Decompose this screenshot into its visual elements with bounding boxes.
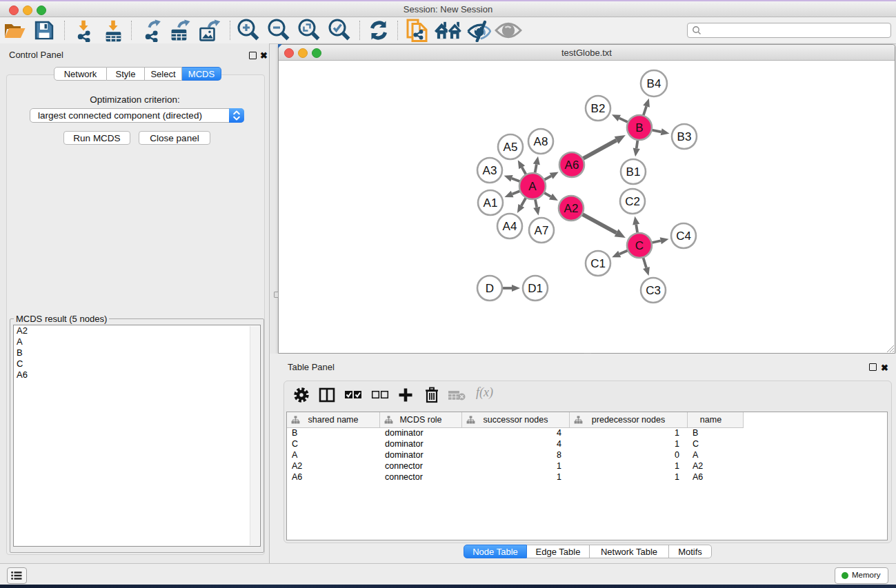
graph-node-A6[interactable]: A6 [559, 152, 584, 177]
graph-node-C1[interactable]: C1 [586, 251, 610, 276]
network-graph-canvas[interactable]: B4B2BB3A8A5A6A3B1AC2A1A2A4A7C4CC1C3DD1 [279, 60, 895, 354]
table-cell[interactable]: A2 [693, 460, 703, 472]
hide-selected-icon[interactable] [465, 17, 492, 43]
table-cell[interactable]: 0 [570, 449, 679, 460]
close-panel-button[interactable]: Close panel [139, 131, 210, 145]
table-cell[interactable]: connector [385, 472, 423, 483]
graph-node-D[interactable]: D [477, 276, 502, 301]
column-header-MCDS-role[interactable]: MCDS role [380, 412, 462, 427]
export-table-icon[interactable] [166, 17, 194, 43]
memory-button[interactable]: Memory [835, 567, 888, 584]
search-input[interactable] [704, 24, 886, 37]
graph-node-C4[interactable]: C4 [671, 223, 696, 248]
zoom-out-icon[interactable] [265, 17, 292, 43]
delete-row-icon[interactable] [418, 381, 446, 409]
table-cell[interactable]: dominator [385, 438, 424, 449]
mcds-result-item[interactable]: A6 [14, 369, 260, 381]
table-cell[interactable]: 1 [570, 427, 679, 438]
table-cell[interactable]: 1 [462, 472, 561, 483]
table-cell[interactable]: connector [385, 460, 423, 472]
mcds-result-item[interactable]: B [14, 347, 260, 358]
close-panel-icon[interactable]: ✖ [260, 51, 268, 60]
select-all-icon[interactable] [339, 381, 367, 409]
mcds-list-scrollbar[interactable] [250, 326, 259, 545]
open-session-icon[interactable] [1, 17, 28, 43]
table-cell[interactable]: A [292, 449, 297, 460]
save-session-icon[interactable] [30, 17, 58, 43]
import-table-icon[interactable] [99, 17, 127, 43]
unselect-all-icon[interactable] [366, 381, 394, 409]
table-cell[interactable]: B [292, 427, 297, 438]
network-window-titlebar[interactable]: testGlobe.txt [279, 45, 895, 61]
table-cell[interactable]: B [693, 427, 698, 438]
graph-node-B2[interactable]: B2 [586, 96, 610, 121]
mcds-result-item[interactable]: C [14, 358, 260, 369]
graph-node-A5[interactable]: A5 [498, 134, 523, 159]
column-header-name[interactable]: name [688, 412, 744, 427]
criterion-combobox[interactable]: largest connected component (directed) [30, 108, 244, 123]
first-neighbors-icon[interactable] [435, 17, 462, 43]
graph-node-A[interactable]: A [519, 173, 546, 199]
column-header-predecessor-nodes[interactable]: predecessor nodes [570, 412, 688, 427]
graph-node-C3[interactable]: C3 [641, 278, 666, 303]
table-options-icon[interactable] [288, 381, 315, 409]
tab-select[interactable]: Select [145, 67, 182, 81]
table-cell[interactable]: 1 [462, 460, 561, 472]
graph-node-A4[interactable]: A4 [497, 214, 522, 239]
float-panel-icon[interactable] [249, 52, 257, 59]
table-cell[interactable]: dominator [385, 427, 424, 438]
tab-network[interactable]: Network [54, 67, 107, 81]
mcds-result-item[interactable]: A [14, 336, 260, 347]
graph-node-A7[interactable]: A7 [529, 218, 554, 243]
table-cell[interactable]: dominator [385, 449, 424, 460]
graph-node-A3[interactable]: A3 [477, 158, 502, 183]
window-resize-grip[interactable] [886, 344, 894, 352]
table-cell[interactable]: 1 [570, 472, 679, 483]
task-history-button[interactable] [7, 567, 27, 584]
export-image-icon[interactable] [195, 17, 223, 43]
table-cell[interactable]: A6 [693, 472, 703, 483]
table-tab-network-table[interactable]: Network Table [590, 545, 669, 558]
table-tab-motifs[interactable]: Motifs [669, 545, 712, 558]
graph-node-D1[interactable]: D1 [523, 276, 548, 301]
import-network-icon[interactable] [70, 17, 97, 43]
graph-node-C2[interactable]: C2 [620, 189, 645, 214]
table-float-icon[interactable] [869, 363, 877, 371]
clone-network-icon[interactable] [404, 17, 431, 43]
table-cell[interactable]: 1 [570, 460, 679, 472]
table-cell[interactable]: 4 [462, 438, 561, 449]
table-tab-edge-table[interactable]: Edge Table [527, 545, 590, 558]
graph-node-B4[interactable]: B4 [641, 70, 667, 97]
table-cell[interactable]: A6 [292, 472, 302, 483]
table-cell[interactable]: C [292, 438, 298, 449]
table-cell[interactable]: A [693, 449, 698, 460]
graph-node-C[interactable]: C [627, 233, 652, 258]
zoom-selected-icon[interactable] [326, 17, 353, 43]
table-tab-node-table[interactable]: Node Table [464, 545, 527, 558]
split-divider-handle-left[interactable] [274, 292, 279, 298]
add-row-icon[interactable] [392, 381, 419, 409]
table-cell[interactable]: 8 [462, 449, 561, 460]
search-box[interactable] [687, 23, 891, 38]
combobox-stepper[interactable] [229, 108, 244, 123]
export-network-icon[interactable] [139, 17, 166, 43]
table-cell[interactable]: 1 [570, 438, 679, 449]
table-close-icon[interactable]: ✖ [881, 363, 888, 372]
graph-node-B3[interactable]: B3 [672, 124, 697, 149]
table-cell[interactable]: C [693, 438, 699, 449]
tab-style[interactable]: Style [107, 67, 145, 81]
app-titlebar[interactable]: Session: New Session [0, 1, 896, 17]
run-mcds-button[interactable]: Run MCDS [63, 131, 130, 145]
refresh-icon[interactable] [365, 17, 392, 43]
show-column-icon[interactable] [313, 381, 341, 409]
node-table[interactable]: shared name MCDS role successor nodes pr… [286, 412, 888, 540]
graph-node-A8[interactable]: A8 [528, 129, 553, 154]
function-builder-button[interactable]: f(x) [476, 385, 493, 400]
column-header-shared-name[interactable]: shared name [287, 412, 380, 427]
mcds-result-item[interactable]: A2 [14, 325, 260, 336]
tab-mcds[interactable]: MCDS [182, 67, 221, 81]
column-header-successor-nodes[interactable]: successor nodes [462, 412, 570, 427]
zoom-in-icon[interactable] [235, 17, 262, 43]
mcds-result-list[interactable]: A2ABCA6 [13, 325, 261, 547]
show-all-icon[interactable] [495, 17, 522, 43]
